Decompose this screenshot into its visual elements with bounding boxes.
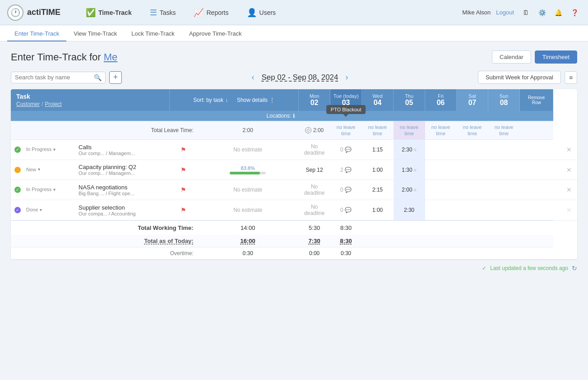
sub-nav-approve[interactable]: Approve Time-Track	[182, 27, 249, 41]
remove-row-icon[interactable]: ✕	[566, 166, 572, 174]
time-nasa-wed[interactable]	[425, 180, 457, 200]
remove-calls[interactable]: ✕	[561, 140, 577, 160]
sub-nav-enter[interactable]: Enter Time-Track	[7, 27, 66, 41]
nav-reports[interactable]: 📈 Reports	[186, 4, 236, 21]
task-flag-nasa: ⚑	[170, 180, 197, 200]
time-nasa-fri[interactable]	[488, 180, 520, 200]
leave-tue[interactable]: PTO Blackout no leave time	[330, 121, 362, 140]
leave-sun[interactable]: no leave time	[488, 121, 520, 140]
time-supplier-tue[interactable]: 2:30	[394, 200, 425, 221]
day-fri-header: Fri 06	[425, 89, 457, 111]
time-calls-wed[interactable]	[425, 140, 457, 160]
time-calls-thu[interactable]	[457, 140, 488, 160]
time-nasa-thu[interactable]	[457, 180, 488, 200]
show-details-label[interactable]: Show details	[237, 97, 268, 103]
as-of-today-sun	[488, 235, 520, 247]
time-supplier-sat[interactable]	[520, 200, 553, 221]
remove-nasa[interactable]: ✕	[561, 180, 577, 200]
add-task-button[interactable]: +	[109, 71, 122, 84]
remove-row-icon[interactable]: ✕	[566, 186, 572, 193]
leave-fri[interactable]: no leave time	[425, 121, 457, 140]
as-of-today-total: 16:00	[197, 235, 299, 247]
time-nasa-tue[interactable]: 2:00 ≡	[394, 180, 425, 200]
time-capacity-tue[interactable]: 1:30 ≡	[394, 160, 425, 180]
time-supplier-thu[interactable]	[457, 200, 488, 221]
remove-row-icon[interactable]: ✕	[566, 146, 572, 153]
time-supplier-sun[interactable]	[553, 200, 561, 221]
leave-mon[interactable]: ∅ 2:00	[299, 121, 330, 140]
time-capacity-fri[interactable]	[488, 160, 520, 180]
task-status-label-capacity: New ▾	[23, 160, 75, 180]
next-week-button[interactable]: ›	[344, 73, 350, 82]
checkmark-icon: ✓	[482, 265, 486, 271]
nav-users[interactable]: 👤 Users	[240, 4, 283, 21]
remove-capacity[interactable]: ✕	[561, 160, 577, 180]
locations-info-icon[interactable]: ℹ	[293, 113, 295, 119]
leave-sat[interactable]: no leave time	[457, 121, 488, 140]
loc-mon	[299, 111, 330, 121]
calendar-view-btn[interactable]: Calendar	[492, 50, 531, 64]
time-calls-sat[interactable]	[520, 140, 553, 160]
total-working-label: Total Working Time:	[11, 220, 197, 235]
time-supplier-mon[interactable]: 1:00	[362, 200, 394, 221]
task-estimate-capacity: 83.8%	[197, 160, 299, 180]
project-breadcrumb[interactable]: Project	[45, 101, 61, 107]
table-row: ✓ In Progress ▾ NASA negotiations Big Ba…	[11, 180, 577, 200]
logo[interactable]: 🕐 actiTIME	[7, 5, 60, 21]
flag-icon: ⚑	[181, 206, 186, 214]
status-dropdown-icon[interactable]: ▾	[38, 167, 40, 172]
search-box[interactable]: 🔍	[11, 72, 106, 83]
total-working-fri	[425, 220, 457, 235]
time-capacity-mon[interactable]: 1:00	[362, 160, 394, 180]
notifications-icon-btn[interactable]: 🔔	[552, 6, 565, 19]
prev-week-button[interactable]: ‹	[250, 73, 256, 82]
sub-nav-lock[interactable]: Lock Time-Track	[124, 27, 182, 41]
nav-time-track[interactable]: ✅ Time-Track	[79, 4, 139, 21]
remove-row-header: RemoveRow	[520, 89, 553, 111]
task-header-label: Task	[16, 93, 30, 100]
task-estimate-calls: No estimate	[197, 140, 299, 160]
me-link[interactable]: Me	[104, 51, 118, 63]
leave-time-row: Total Leave Time: 2:00 ∅ 2:00 PTO Blacko…	[11, 121, 577, 140]
time-supplier-wed[interactable]	[425, 200, 457, 221]
remove-row-icon[interactable]: ✕	[566, 206, 572, 214]
sort-arrow-icon: ↓	[225, 97, 228, 103]
time-capacity-sun[interactable]	[553, 160, 561, 180]
search-input[interactable]	[15, 74, 91, 81]
time-calls-fri[interactable]	[488, 140, 520, 160]
logout-link[interactable]: Logout	[496, 9, 514, 16]
calendar-icon-btn[interactable]: 🗓	[519, 6, 532, 19]
time-nasa-mon[interactable]: 2:15	[362, 180, 394, 200]
nav-tasks[interactable]: ☰ Tasks	[143, 4, 183, 21]
time-supplier-fri[interactable]	[488, 200, 520, 221]
day-thu-header: Thu 05	[394, 89, 425, 111]
time-nasa-sun[interactable]	[553, 180, 561, 200]
remove-supplier[interactable]: ✕	[561, 200, 577, 221]
time-capacity-sat[interactable]	[520, 160, 553, 180]
time-calls-sun[interactable]	[553, 140, 561, 160]
overtime-total: 0:30	[197, 247, 299, 260]
customer-breadcrumb[interactable]: Customer	[16, 101, 40, 107]
sub-nav-view[interactable]: View Time-Track	[66, 27, 124, 41]
timesheet-view-btn[interactable]: Timesheet	[535, 50, 577, 64]
sort-label[interactable]: Sort: by task	[193, 97, 223, 103]
loc-fri	[425, 111, 457, 121]
more-options-button[interactable]: ≡	[565, 71, 577, 84]
as-of-today-wed	[362, 235, 394, 247]
leave-wed[interactable]: no leave time	[362, 121, 394, 140]
time-nasa-sat[interactable]	[520, 180, 553, 200]
help-icon-btn[interactable]: ❓	[568, 6, 581, 19]
time-capacity-wed[interactable]	[425, 160, 457, 180]
status-dropdown-icon[interactable]: ▾	[53, 147, 56, 152]
time-calls-mon[interactable]: 1:15	[362, 140, 394, 160]
settings-icon-btn[interactable]: ⚙️	[536, 6, 548, 19]
submit-week-button[interactable]: Submit Week for Approval	[478, 71, 561, 84]
refresh-icon[interactable]: ↻	[572, 265, 577, 272]
leave-thu[interactable]: no leave time	[394, 121, 425, 140]
task-flag-calls: ⚑	[170, 140, 197, 160]
task-comments-capacity: 2 💬	[330, 160, 362, 180]
status-dropdown-icon[interactable]: ▾	[53, 187, 56, 192]
time-calls-tue[interactable]: 2:30 ≡	[394, 140, 425, 160]
time-capacity-thu[interactable]	[457, 160, 488, 180]
status-dropdown-icon[interactable]: ▾	[40, 207, 42, 212]
